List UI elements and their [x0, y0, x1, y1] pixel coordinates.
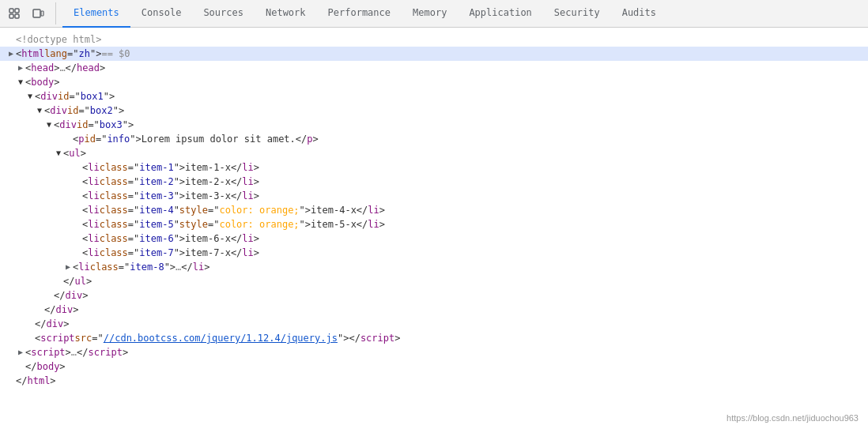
line-li-3[interactable]: ▶ <li class="item-3" > item-3-x </li> — [0, 189, 868, 203]
line-li-8[interactable]: ▶ <li class="item-8" > … </li> — [0, 260, 868, 274]
svg-rect-0 — [9, 9, 13, 13]
line-ul[interactable]: ▼ <ul> — [0, 146, 868, 160]
line-doctype: ▶ <!doctype html> — [0, 32, 868, 47]
line-p-info[interactable]: ▶ <p id="info" > Lorem ipsum dolor sit a… — [0, 132, 868, 146]
line-close-div1: ▶ </div> — [0, 317, 868, 331]
arrow-body[interactable]: ▼ — [16, 77, 25, 87]
watermark: https://blog.csdn.net/jiduochou963 — [726, 413, 859, 423]
line-body[interactable]: ▼ <body> — [0, 75, 868, 89]
line-li-5[interactable]: ▶ <li class="item-5" style="color: orang… — [0, 217, 868, 231]
line-close-div3: ▶ </div> — [0, 288, 868, 303]
arrow-box3[interactable]: ▼ — [44, 120, 54, 130]
tab-network[interactable]: Network — [255, 0, 317, 28]
line-head[interactable]: ▶ <head>…</head> — [0, 61, 868, 75]
line-li-1[interactable]: ▶ <li class="item-1" > item-1-x </li> — [0, 160, 868, 175]
devtools-toolbar: Elements Console Sources Network Perform… — [0, 0, 868, 28]
line-li-4[interactable]: ▶ <li class="item-4" style="color: orang… — [0, 203, 868, 217]
toolbar-icons — [3, 2, 56, 24]
line-li-7[interactable]: ▶ <li class="item-7" > item-7-x </li> — [0, 246, 868, 260]
tabs-container: Elements Console Sources Network Perform… — [62, 0, 667, 28]
line-close-body: ▶ </body> — [0, 359, 868, 374]
arrow-ul[interactable]: ▼ — [54, 149, 63, 158]
line-script2[interactable]: ▶ <script> … </script> — [0, 345, 868, 359]
tab-performance[interactable]: Performance — [317, 0, 402, 28]
line-li-6[interactable]: ▶ <li class="item-6" > item-6-x </li> — [0, 231, 868, 246]
tab-console[interactable]: Console — [130, 0, 193, 28]
line-div-box1[interactable]: ▼ <div id="box1" > — [0, 89, 868, 103]
line-div-box2[interactable]: ▼ <div id="box2" > — [0, 103, 868, 118]
tab-audits[interactable]: Audits — [611, 0, 667, 28]
line-script-cdn[interactable]: ▶ <script src="//cdn.bootcss.com/jquery/… — [0, 331, 868, 345]
device-icon-button[interactable] — [27, 2, 49, 24]
cursor-icon-button[interactable] — [3, 2, 25, 24]
tab-application[interactable]: Application — [458, 0, 542, 28]
svg-rect-1 — [15, 9, 19, 13]
tab-security[interactable]: Security — [543, 0, 611, 28]
svg-rect-4 — [33, 9, 40, 17]
svg-rect-3 — [15, 14, 19, 18]
line-close-ul: ▶ </ul> — [0, 274, 868, 288]
line-close-div2: ▶ </div> — [0, 303, 868, 317]
arrow-li-8[interactable]: ▶ — [63, 262, 73, 272]
arrow-box2[interactable]: ▼ — [35, 106, 44, 115]
devtools-content: ▶ <!doctype html> ▶ <html lang="zh" > ==… — [0, 28, 868, 429]
line-html[interactable]: ▶ <html lang="zh" > == $0 — [0, 47, 868, 61]
svg-rect-2 — [9, 14, 13, 18]
arrow-script2[interactable]: ▶ — [16, 348, 25, 357]
svg-rect-5 — [41, 11, 43, 16]
tab-sources[interactable]: Sources — [192, 0, 255, 28]
tab-elements[interactable]: Elements — [62, 0, 130, 28]
tab-memory[interactable]: Memory — [402, 0, 458, 28]
arrow-html[interactable]: ▶ — [6, 49, 16, 58]
arrow-head[interactable]: ▶ — [16, 63, 25, 73]
arrow-box1[interactable]: ▼ — [25, 92, 35, 101]
line-close-html: ▶ </html> — [0, 374, 868, 388]
line-li-2[interactable]: ▶ <li class="item-2" > item-2-x </li> — [0, 175, 868, 189]
line-div-box3[interactable]: ▼ <div id="box3" > — [0, 118, 868, 132]
